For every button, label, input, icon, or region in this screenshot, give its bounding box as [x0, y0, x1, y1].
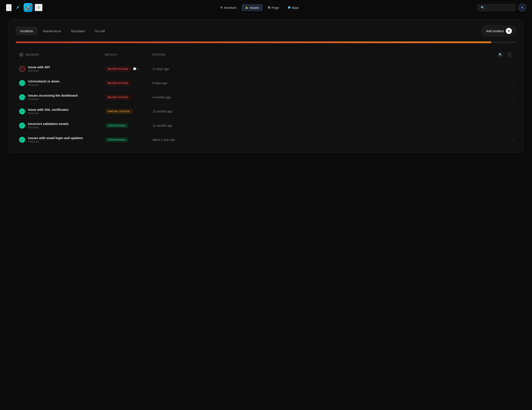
- svg-point-0: [17, 7, 18, 8]
- table-row[interactable]: ✓ Issues with email login and updates Re…: [16, 133, 516, 147]
- tab-templates[interactable]: Templates: [66, 27, 89, 35]
- add-plus-icon: +: [506, 28, 512, 34]
- issues-icon: [245, 6, 248, 9]
- table-row[interactable]: ✓ /v1/contacts is down Resolved MAJOR OU…: [16, 76, 516, 90]
- comment-count: 1: [137, 67, 139, 70]
- table-row[interactable]: ✓ Issue with SSL certificates Resolved P…: [16, 104, 516, 118]
- col-header-actions: 🔍 ⋮: [497, 51, 513, 58]
- table-row[interactable]: ✓ Issues accessing the dashboard Resolve…: [16, 90, 516, 104]
- row-started: 10 months ago: [152, 110, 510, 113]
- search-icon: 🔍: [481, 6, 484, 9]
- chevron-right-icon: ›: [512, 109, 513, 113]
- status-icon: ✓: [19, 137, 25, 143]
- tab-maintenance[interactable]: Maintenance: [38, 27, 66, 35]
- status-badge: MAJOR OUTAGE: [105, 81, 131, 85]
- status-icon: ✓: [19, 108, 25, 114]
- add-incident-button[interactable]: Add incident +: [481, 26, 516, 36]
- row-info: Issue with SSL certificates Resolved: [28, 108, 105, 115]
- table-search-button[interactable]: 🔍: [497, 51, 504, 58]
- incident-title: Issues accessing the dashboard: [28, 94, 105, 97]
- nav-center: Monitors Issues Page Apps: [46, 4, 474, 11]
- col-header-started: STARTED: [152, 53, 497, 56]
- incident-title: Incorrect validation emails: [28, 122, 105, 126]
- row-info: Issue with API Identified: [28, 65, 105, 72]
- row-started: 8 days ago: [152, 81, 510, 85]
- incidents-card: Incidents Maintenance Templates On-call …: [9, 19, 523, 153]
- incidents-list: ! Issue with API Identified MAJOR OUTAGE…: [16, 62, 516, 147]
- status-icon: ✓: [19, 80, 25, 86]
- tab-incidents[interactable]: Incidents: [16, 27, 38, 35]
- row-started: 4 months ago: [152, 96, 510, 99]
- main-content: Incidents Maintenance Templates On-call …: [0, 15, 532, 157]
- status-icon: ✓: [19, 123, 25, 128]
- page-icon: [268, 6, 270, 9]
- row-started: 11 months ago: [152, 124, 510, 127]
- progress-bar-fill: [16, 41, 491, 43]
- row-info: Incorrect validation emails Resolved: [28, 122, 105, 129]
- comment-bubble-icon: 💬: [133, 67, 136, 71]
- nav-item-monitors[interactable]: Monitors: [217, 4, 240, 11]
- tabs-row: Incidents Maintenance Templates On-call …: [16, 26, 516, 36]
- table-row[interactable]: ✓ Incorrect validation emails Resolved O…: [16, 118, 516, 133]
- status-badge: OPERATIONAL: [105, 123, 128, 128]
- incident-title: /v1/contacts is down: [28, 79, 105, 83]
- nav-left: ‹ 🚀 ⚙: [6, 3, 42, 12]
- chevron-right-icon: ›: [512, 67, 513, 71]
- row-info: Issues with email login and updates Reso…: [28, 136, 105, 143]
- row-info: /v1/contacts is down Resolved: [28, 79, 105, 87]
- apps-icon: [288, 6, 291, 9]
- nav-item-page[interactable]: Page: [264, 4, 283, 11]
- chevron-right-icon: ›: [512, 81, 513, 85]
- status-badge: OPERATIONAL: [105, 137, 128, 142]
- row-started: about 1 year ago: [152, 138, 510, 141]
- incident-title: Issues with email login and updates: [28, 136, 105, 140]
- incident-title: Issue with SSL certificates: [28, 108, 105, 111]
- incident-subtitle: Resolved: [28, 126, 105, 129]
- col-header-details: DETAILS: [105, 53, 152, 56]
- status-progress-bar: [16, 41, 516, 43]
- row-details: OPERATIONAL: [105, 123, 152, 128]
- row-details: MAJOR OUTAGE 💬 1: [105, 67, 152, 71]
- incident-subtitle: Resolved: [28, 84, 105, 87]
- table-row[interactable]: ! Issue with API Identified MAJOR OUTAGE…: [16, 62, 516, 76]
- incident-subtitle: Resolved: [28, 140, 105, 143]
- incident-subtitle: Resolved: [28, 98, 105, 101]
- chevron-right-icon: ›: [512, 95, 513, 99]
- tab-on-call[interactable]: On-call: [90, 27, 109, 35]
- incident-header-icon: !: [19, 53, 23, 57]
- nav-item-apps[interactable]: Apps: [284, 4, 303, 11]
- table-header: ! INCIDENT DETAILS STARTED 🔍 ⋮: [16, 49, 516, 60]
- status-badge: PARTIAL OUTAGE: [105, 109, 132, 114]
- back-button[interactable]: ‹: [6, 4, 12, 11]
- status-icon: ✓: [19, 94, 25, 100]
- tabs: Incidents Maintenance Templates On-call: [16, 27, 109, 35]
- incident-subtitle: Identified: [28, 69, 105, 72]
- row-details: MAJOR OUTAGE: [105, 95, 152, 100]
- gear-button[interactable]: ⚙: [35, 4, 42, 11]
- search-box[interactable]: 🔍: [477, 4, 516, 11]
- row-details: PARTIAL OUTAGE: [105, 109, 152, 114]
- table-more-button[interactable]: ⋮: [506, 51, 513, 58]
- notification-badge[interactable]: 0: [518, 4, 526, 11]
- top-navigation: ‹ 🚀 ⚙ Monitors Issues Page Apps: [0, 0, 532, 15]
- incident-title: Issue with API: [28, 65, 105, 69]
- row-info: Issues accessing the dashboard Resolved: [28, 94, 105, 101]
- status-badge: MAJOR OUTAGE: [105, 67, 131, 71]
- chevron-right-icon: ›: [512, 138, 513, 142]
- nav-right: 🔍 0: [477, 4, 526, 11]
- comment-indicator: 💬 1: [133, 67, 139, 71]
- col-header-incident: ! INCIDENT: [19, 53, 105, 57]
- status-badge: MAJOR OUTAGE: [105, 95, 131, 100]
- row-details: OPERATIONAL: [105, 137, 152, 142]
- app-logo: [14, 4, 21, 11]
- row-details: MAJOR OUTAGE: [105, 81, 152, 85]
- chevron-right-icon: ›: [512, 124, 513, 127]
- status-icon: !: [19, 66, 25, 72]
- nav-item-issues[interactable]: Issues: [242, 4, 263, 11]
- rocket-icon: 🚀: [24, 3, 33, 12]
- row-started: 11 days ago: [152, 67, 510, 71]
- monitors-icon: [220, 6, 223, 9]
- incident-subtitle: Resolved: [28, 112, 105, 115]
